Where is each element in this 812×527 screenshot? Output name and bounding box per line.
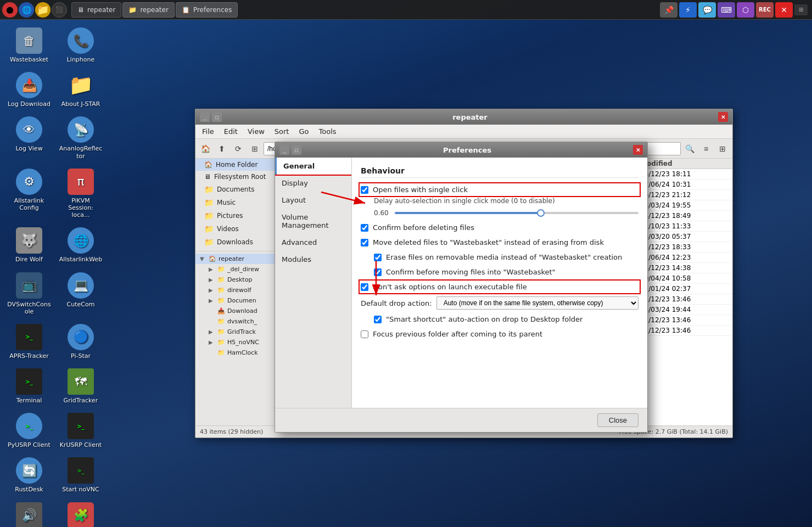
system-icon-terminal[interactable]: ⬛ [52,2,67,18]
system-icon-folder[interactable]: 📁 [35,2,51,18]
pref-nav-display[interactable]: Display [275,175,351,192]
pref-label-dont-ask-launch: Don't ask options on launch executable f… [373,283,527,291]
desktop-icon-krusrp[interactable]: >_ KrUSRP Client [56,410,105,452]
fm-maximize-btn[interactable]: □ [212,112,222,122]
pref-maximize-btn[interactable]: □ [292,145,301,155]
fm-sidebar-videos[interactable]: 📁 Videos [195,222,285,236]
tree-home-icon: 🏠 [209,255,216,262]
desktop-icon-pyusrp[interactable]: >_ PyUSRP Client [4,410,54,452]
fm-sidebar-pictures[interactable]: 📁 Pictures [195,209,285,222]
fm-menu-tools[interactable]: Tools [315,126,341,137]
taskbar-repeater-btn[interactable]: 📁 repeater [122,2,174,18]
pref-close-btn[interactable]: Close [597,413,639,427]
pref-content: Behaviour Open files with single click D… [352,158,647,408]
fm-menu-sort[interactable]: Sort [270,126,294,137]
pref-nav-modules[interactable]: Modules [275,251,351,268]
pref-checkbox-single-click[interactable] [361,186,368,194]
desktop-icon-allstarlink[interactable]: ⚙ Allstarlink Config [4,165,54,222]
fm-menu-go[interactable]: Go [294,126,313,137]
tray-grid-btn[interactable]: ⊞ [794,4,808,15]
fm-sidebar-home[interactable]: 🏠 Home Folder [195,159,285,171]
pref-label-erase-removable: Erase files on removable media instead o… [386,253,622,261]
tree-item-del[interactable]: ▶ 📁 _del_direw [195,264,285,274]
desktop-icon-dvswitch[interactable]: 📺 DVSwitchConsole [4,269,54,318]
pref-checkbox-move-trash[interactable] [361,239,368,246]
pref-close-titlebar-btn[interactable]: ✕ [633,145,643,155]
fm-toolbar-up[interactable]: ⬆ [214,142,229,156]
tray-close-btn[interactable]: ✕ [775,2,793,18]
taskbar-rustdesk-btn[interactable]: 🖥 repeater [71,2,121,18]
fm-sidebar-filesystem[interactable]: 🖥 Filesystem Root [195,171,285,183]
fm-toolbar-new-tab[interactable]: ⊞ [247,142,262,156]
tree-item-direwolf[interactable]: ▶ 📁 direwolf [195,285,285,295]
pref-checkbox-erase-removable[interactable] [374,254,382,261]
pref-checkbox-smart-shortcut[interactable] [374,316,382,323]
pref-nav-general[interactable]: General [275,158,351,175]
fm-menu-file[interactable]: File [198,126,219,137]
pref-checkbox-focus-previous[interactable] [361,330,368,338]
pref-slider-thumb [537,209,545,217]
desktop-icon-aprs[interactable]: >_ APRS-Tracker [4,321,54,363]
desktop-icon-allstarlink-web[interactable]: 🌐 AllstarlinkWeb [56,224,105,266]
desktop-icon-terminal[interactable]: >_ Terminal [4,365,54,407]
pref-checkbox-confirm-delete[interactable] [361,224,368,232]
system-icon-globe[interactable]: 🌐 [19,2,34,18]
tree-item-gridtrack[interactable]: ▶ 📁 GridTrack [195,327,285,337]
fm-sidebar-documents[interactable]: 📁 Documents [195,183,285,196]
tray-thunder-btn[interactable]: ⚡ [679,2,697,18]
desktop-icon-cutecom[interactable]: 💻 CuteCom [56,269,105,318]
pref-delay-slider[interactable] [395,212,639,214]
desktop-icon-pikvm[interactable]: π PiKVM Session: loca... [56,165,105,222]
log-download-icon: 📥 [16,72,42,98]
fm-toolbar-search[interactable]: 🔍 [682,142,697,156]
tray-chat-btn[interactable]: 💬 [698,2,716,18]
tray-keyboard-btn[interactable]: ⌨ [718,2,735,18]
fm-toolbar-view-toggle[interactable]: ⊞ [715,142,730,156]
aprs-label: APRS-Tracker [9,352,48,360]
fm-menu-edit[interactable]: Edit [220,126,242,137]
pref-nav-advanced[interactable]: Advanced [275,234,351,251]
fm-sidebar-music[interactable]: 📁 Music [195,196,285,209]
fm-menu-view[interactable]: View [243,126,269,137]
desktop-icon-soundcard[interactable]: 🔊 SoundCard [4,499,54,527]
pref-checkbox-dont-ask-launch[interactable] [361,283,368,291]
pref-minimize-btn[interactable]: _ [279,145,289,155]
desktop-icon-gridtracker[interactable]: 🗺 GridTracker [56,365,105,407]
tree-item-h5novnc[interactable]: ▶ 📁 H5_noVNC [195,337,285,347]
tree-item-desktop[interactable]: ▶ 📁 Desktop [195,274,285,285]
pref-checkbox-confirm-move-trash[interactable] [374,268,382,276]
pref-nav-volume[interactable]: Volume Management [275,209,351,234]
tree-item-documen[interactable]: ▶ 📁 Documen [195,295,285,306]
pref-dropdown-default-drop[interactable]: Auto (move if on the same file system, o… [436,296,639,310]
pref-nav-layout[interactable]: Layout [275,192,351,209]
tree-item-repeater[interactable]: ▼ 🏠 repeater [195,254,285,264]
desktop-icon-ananlog[interactable]: 📡 AnanlogReflector [56,113,105,162]
fm-close-btn[interactable]: ✕ [718,112,728,122]
tree-item-hamclock[interactable]: 📁 HamClock [195,347,285,358]
desktop-icon-rustdesk[interactable]: 🔄 RustDesk [4,454,54,496]
taskbar-preferences-btn[interactable]: 📋 Preferences [176,2,238,18]
desktop-icon-about-jstar[interactable]: 📁 About J-STAR [56,69,105,111]
desktop-icon-log-view[interactable]: 👁 Log View [4,113,54,162]
desktop-icon-start-novnc[interactable]: >_ Start noVNC [56,454,105,496]
desktop-icon-wastebasket[interactable]: 🗑 Wastebasket [4,24,54,66]
desktop-icon-dire-wolf[interactable]: 🐺 Dire Wolf [4,224,54,266]
cutecom-label: CuteCom [67,301,95,308]
fm-toolbar-list-view[interactable]: ≡ [698,142,714,156]
fm-toolbar-refresh[interactable]: ⟳ [231,142,246,156]
desktop-icon-linphone[interactable]: 📞 Linphone [56,24,105,66]
tree-item-download[interactable]: 📥 Download [195,306,285,316]
system-icon-power[interactable]: ● [2,2,18,18]
desktop-icon-log-download[interactable]: 📥 Log Download [4,69,54,111]
tree-item-dvswitch[interactable]: 📁 dvswitch_ [195,316,285,327]
tray-purple-btn[interactable]: ⬡ [737,2,754,18]
fm-toolbar-home[interactable]: 🏠 [198,142,213,156]
start-novnc-label: Start noVNC [62,486,99,493]
tray-pin-btn[interactable]: 📌 [660,2,677,18]
fm-minimize-btn[interactable]: _ [200,112,210,122]
fm-menubar: File Edit View Sort Go Tools [195,125,732,139]
desktop-icon-pi-star[interactable]: 🔵 Pi-Star [56,321,105,363]
tray-rec-btn[interactable]: REC [756,2,774,18]
fm-sidebar-downloads[interactable]: 📁 Downloads [195,236,285,249]
desktop-icon-pi-apps[interactable]: 🧩 Pi-Apps [56,499,105,527]
